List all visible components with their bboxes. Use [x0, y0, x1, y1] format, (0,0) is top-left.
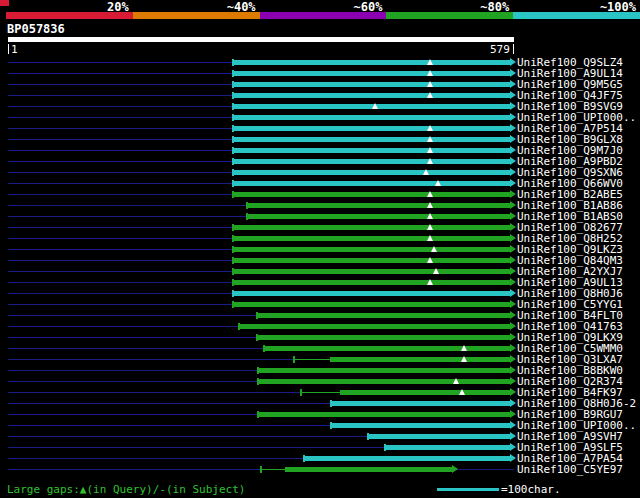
gap-triangle-icon	[433, 268, 439, 274]
alignment-bar[interactable]	[232, 170, 510, 175]
alignment-arrowhead	[510, 113, 516, 121]
alignment-arrowhead	[510, 421, 516, 429]
gap-triangle-icon	[427, 70, 433, 76]
alignment-thin-segment	[293, 359, 330, 360]
alignment-label[interactable]: UniRef100_C5YE97	[517, 464, 623, 475]
alignment-thin-segment	[300, 392, 340, 393]
gaps-legend: Large gaps:▲(in Query)/-(in Subject)	[7, 484, 245, 495]
alignment-bar[interactable]	[384, 445, 510, 450]
alignment-start-tick	[293, 356, 295, 363]
alignment-bar[interactable]	[232, 60, 510, 65]
alignment-start-tick	[384, 444, 386, 451]
gap-triangle-icon	[427, 191, 433, 197]
alignment-arrowhead	[510, 234, 516, 242]
alignment-bar[interactable]	[232, 148, 510, 153]
alignment-bar[interactable]	[263, 346, 510, 351]
alignment-arrowhead	[510, 135, 516, 143]
alignment-start-tick	[232, 290, 234, 297]
alignment-arrowhead	[510, 278, 516, 286]
gap-triangle-icon	[427, 213, 433, 219]
alignment-bar[interactable]	[303, 456, 510, 461]
alignment-arrowhead	[510, 201, 516, 209]
alignment-bar[interactable]	[238, 324, 510, 329]
alignment-start-tick	[232, 136, 234, 143]
alignment-arrowhead	[510, 355, 516, 363]
alignment-start-tick	[232, 235, 234, 242]
alignment-bar[interactable]	[232, 115, 510, 120]
alignment-bar[interactable]	[232, 137, 510, 142]
scale-label: ~40%	[196, 1, 256, 13]
gap-triangle-icon	[427, 158, 433, 164]
alignment-arrowhead	[510, 399, 516, 407]
alignment-start-tick	[256, 334, 258, 341]
alignment-bar[interactable]	[256, 335, 510, 340]
alignment-arrowhead	[510, 443, 516, 451]
query-name: BP057836	[7, 23, 65, 35]
alignment-arrowhead	[510, 168, 516, 176]
alignment-bar[interactable]	[232, 192, 510, 197]
alignment-start-tick	[232, 147, 234, 154]
alignment-start-tick	[256, 312, 258, 319]
alignment-bar[interactable]	[232, 104, 510, 109]
alignment-arrowhead	[510, 245, 516, 253]
alignment-bar[interactable]	[256, 313, 510, 318]
ruler-end-label: 579	[490, 44, 510, 55]
alignment-start-tick	[232, 114, 234, 121]
alignment-start-tick	[367, 433, 369, 440]
alignment-bar[interactable]	[232, 280, 510, 285]
alignment-arrowhead	[510, 256, 516, 264]
alignment-start-tick	[232, 81, 234, 88]
alignment-bar[interactable]	[232, 159, 510, 164]
alignment-arrowhead	[510, 300, 516, 308]
alignment-bar[interactable]	[232, 291, 510, 296]
alignment-arrowhead	[510, 267, 516, 275]
alignment-start-tick	[232, 180, 234, 187]
alignment-arrowhead	[510, 388, 516, 396]
alignment-bar[interactable]	[246, 214, 510, 219]
alignment-arrowhead	[452, 465, 458, 473]
alignment-start-tick	[232, 70, 234, 77]
alignment-start-tick	[232, 257, 234, 264]
alignment-bar[interactable]	[340, 390, 510, 395]
alignment-bar[interactable]	[232, 247, 510, 252]
alignment-start-tick	[232, 268, 234, 275]
blast-overview-screen: 20%~40%~60%~80%~100% BP057836 1 579 UniR…	[0, 0, 640, 498]
alignment-bar[interactable]	[330, 357, 510, 362]
gap-triangle-icon	[431, 246, 437, 252]
alignment-start-tick	[330, 422, 332, 429]
query-sequence-bar	[8, 37, 514, 42]
gap-triangle-icon	[461, 356, 467, 362]
alignment-arrowhead	[510, 80, 516, 88]
alignment-bar[interactable]	[232, 302, 510, 307]
alignment-bar[interactable]	[232, 126, 510, 131]
alignment-bar[interactable]	[257, 368, 510, 373]
alignment-bar[interactable]	[257, 379, 510, 384]
alignment-bar[interactable]	[232, 71, 510, 76]
scale-label: 20%	[69, 1, 129, 13]
alignment-arrowhead	[510, 333, 516, 341]
alignment-bar[interactable]	[232, 93, 510, 98]
alignment-bar[interactable]	[232, 269, 510, 274]
alignment-arrowhead	[510, 311, 516, 319]
alignment-bar[interactable]	[330, 401, 510, 406]
alignment-bar[interactable]	[232, 258, 510, 263]
alignment-arrowhead	[510, 454, 516, 462]
alignment-bar[interactable]	[285, 467, 452, 472]
alignment-bar[interactable]	[257, 412, 510, 417]
alignment-start-tick	[260, 466, 262, 473]
gap-triangle-icon	[427, 125, 433, 131]
alignment-arrowhead	[510, 58, 516, 66]
alignment-start-tick	[330, 400, 332, 407]
alignment-start-tick	[232, 103, 234, 110]
gap-triangle-icon	[453, 378, 459, 384]
alignment-bar[interactable]	[232, 225, 510, 230]
alignment-bar[interactable]	[232, 181, 510, 186]
alignment-bar[interactable]	[367, 434, 510, 439]
alignment-bar[interactable]	[330, 423, 510, 428]
gap-triangle-icon	[461, 345, 467, 351]
alignment-bar[interactable]	[246, 203, 510, 208]
scale-label: ~80%	[449, 1, 509, 13]
alignment-bar[interactable]	[232, 236, 510, 241]
alignment-bar[interactable]	[232, 82, 510, 87]
alignment-thin-segment	[260, 469, 285, 470]
